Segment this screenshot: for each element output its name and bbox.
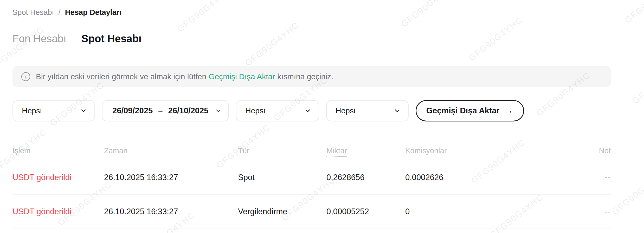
arrow-right-icon: →	[504, 106, 513, 115]
cell-islem: USDT gönderildi	[12, 173, 104, 182]
col-header-komisyonlar: Komisyonlar	[405, 146, 599, 155]
history-table: İşlem Zaman Tür Miktar Komisyonlar Not U…	[12, 141, 611, 229]
filter-dropdown-asset-value: Hepsi	[22, 106, 42, 115]
filter-dropdown-status[interactable]: Hepsi	[326, 100, 409, 121]
breadcrumb-separator: /	[59, 8, 61, 17]
filter-bar: Hepsi 26/09/2025 – 26/10/2025 Hepsi Heps…	[12, 100, 611, 121]
col-header-zaman: Zaman	[104, 146, 238, 155]
cell-zaman: 26.10.2025 16:33:27	[104, 207, 238, 216]
col-header-tur: Tür	[238, 146, 326, 155]
chevron-down-icon	[394, 107, 401, 114]
notice-text-before: Bir yıldan eski verileri görmek ve almak…	[36, 72, 206, 81]
breadcrumb: Spot Hesabı / Hesap Detayları	[12, 8, 611, 17]
miktar-tooltip-label[interactable]: Miktar	[326, 146, 347, 157]
date-to: 26/10/2025	[168, 106, 208, 115]
filter-dropdown-status-value: Hepsi	[336, 106, 356, 115]
notice-text: Bir yıldan eski verileri görmek ve almak…	[36, 72, 333, 81]
table-row: USDT gönderildi 26.10.2025 16:33:27 Spot…	[12, 161, 611, 195]
col-header-miktar: Miktar	[326, 146, 405, 155]
date-range-picker[interactable]: 26/09/2025 – 26/10/2025	[102, 100, 229, 121]
col-header-not: Not	[599, 146, 611, 155]
account-tabs: Fon Hesabı Spot Hesabı	[12, 32, 611, 45]
date-from: 26/09/2025	[112, 106, 153, 115]
cell-komisyonlar: 0	[405, 207, 605, 216]
chevron-down-icon	[80, 107, 87, 114]
cell-miktar: 0,2628656	[326, 173, 405, 182]
chevron-down-icon	[215, 107, 222, 114]
table-row: USDT gönderildi 26.10.2025 16:33:27 Verg…	[12, 195, 611, 229]
cell-tur: Spot	[238, 173, 326, 182]
tab-spot-hesabi[interactable]: Spot Hesabı	[81, 32, 141, 45]
breadcrumb-hesap-detaylari: Hesap Detayları	[65, 8, 122, 17]
date-separator: –	[158, 106, 163, 115]
table-header-row: İşlem Zaman Tür Miktar Komisyonlar Not	[12, 141, 611, 161]
chevron-down-icon	[304, 107, 311, 114]
cell-zaman: 26.10.2025 16:33:27	[104, 173, 238, 182]
tab-fon-hesabi[interactable]: Fon Hesabı	[12, 32, 66, 45]
cell-miktar: 0,00005252	[326, 207, 405, 216]
export-history-button[interactable]: Geçmişi Dışa Aktar →	[416, 100, 524, 121]
account-details-page: Spot Hesabı / Hesap Detayları Fon Hesabı…	[0, 0, 611, 229]
export-history-button-label: Geçmişi Dışa Aktar	[426, 106, 499, 115]
col-header-islem: İşlem	[12, 146, 104, 155]
export-history-link[interactable]: Geçmişi Dışa Aktar	[209, 72, 275, 81]
info-icon: i	[21, 72, 30, 81]
cell-komisyonlar: 0,0002626	[405, 173, 605, 182]
filter-dropdown-type[interactable]: Hepsi	[236, 100, 319, 121]
cell-tur: Vergilendirme	[238, 207, 326, 216]
notice-text-after: kısmına geçiniz.	[277, 72, 333, 81]
cell-not: --	[605, 207, 611, 216]
filter-dropdown-asset[interactable]: Hepsi	[12, 100, 95, 121]
watermark: GFG90G4YHC	[623, 0, 644, 25]
watermark: GFG90G4YHC	[610, 168, 644, 217]
cell-not: --	[605, 173, 611, 182]
watermark: GFG90G4YHC	[631, 58, 644, 106]
date-range-value: 26/09/2025 – 26/10/2025	[112, 106, 209, 115]
cell-islem: USDT gönderildi	[12, 207, 104, 216]
filter-dropdown-type-value: Hepsi	[245, 106, 265, 115]
breadcrumb-spot-hesabi[interactable]: Spot Hesabı	[12, 8, 54, 17]
notice-banner: i Bir yıldan eski verileri görmek ve alm…	[12, 66, 611, 87]
